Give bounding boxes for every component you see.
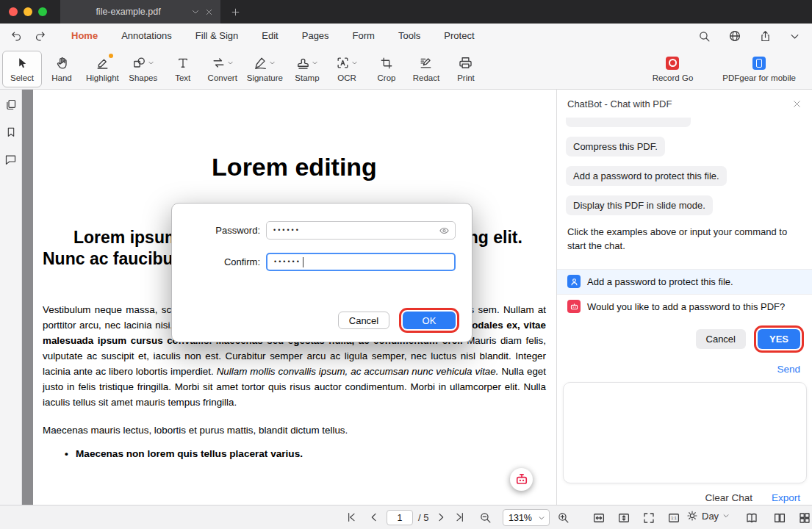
- thumbnails-panel-button[interactable]: [4, 98, 17, 111]
- tool-ocr-button[interactable]: OCR: [327, 51, 367, 87]
- minimize-window-button[interactable]: [24, 7, 32, 16]
- user-avatar: [567, 275, 581, 288]
- tool-shapes-button[interactable]: Shapes: [123, 51, 163, 87]
- tool-hand-button[interactable]: Hand: [42, 51, 82, 87]
- shapes-icon: [132, 56, 146, 70]
- chat-cancel-button[interactable]: Cancel: [696, 329, 746, 349]
- crop-icon: [380, 57, 393, 70]
- first-page-button[interactable]: [345, 511, 357, 523]
- fit-width-button[interactable]: [592, 511, 606, 525]
- suggestion-chip[interactable]: Add a password to protect this file.: [566, 166, 727, 186]
- eye-icon[interactable]: [439, 225, 450, 236]
- user-message-text: Add a password to protect this file.: [587, 276, 733, 288]
- send-button[interactable]: Send: [569, 364, 800, 375]
- tab-protect[interactable]: Protect: [432, 24, 486, 48]
- reading-mode-button[interactable]: [745, 511, 758, 525]
- chat-header: ChatBot - Chat with PDF: [557, 90, 812, 118]
- tab-fill-sign[interactable]: Fill & Sign: [184, 24, 251, 48]
- new-tab-button[interactable]: [231, 7, 240, 17]
- comment-icon: [4, 154, 17, 166]
- actual-size-icon: 1:1: [667, 511, 680, 525]
- chatbot-fab[interactable]: [510, 468, 533, 491]
- tab-close-icon[interactable]: [205, 8, 213, 16]
- tab-tools[interactable]: Tools: [387, 24, 432, 48]
- ok-button[interactable]: OK: [403, 312, 456, 329]
- tab-annotations[interactable]: Annotations: [109, 24, 184, 48]
- svg-text:1:1: 1:1: [671, 516, 676, 520]
- zoom-out-button[interactable]: [479, 511, 492, 524]
- fullscreen-button[interactable]: [642, 511, 655, 525]
- last-page-button[interactable]: [454, 511, 466, 523]
- tool-redact-button[interactable]: Redact: [406, 51, 446, 87]
- chat-yes-button[interactable]: YES: [758, 329, 800, 349]
- chevron-down-icon: [722, 512, 730, 519]
- share-button[interactable]: [759, 30, 772, 43]
- highlight-notification-dot: [109, 54, 113, 58]
- zoom-out-icon: [479, 511, 492, 524]
- sun-icon: [686, 510, 698, 522]
- chat-footer: Clear Chat Export: [569, 492, 800, 503]
- search-icon: [698, 30, 711, 43]
- zoom-in-icon: [557, 511, 570, 524]
- tool-select-button[interactable]: Select: [2, 51, 42, 87]
- undo-button[interactable]: [10, 30, 23, 43]
- tool-convert-button[interactable]: Convert: [203, 51, 242, 87]
- two-page-view-button[interactable]: [773, 511, 786, 525]
- tool-stamp-button[interactable]: Stamp: [287, 51, 327, 87]
- export-button[interactable]: Export: [772, 492, 800, 503]
- ribbon-tabs: Home Annotations Fill & Sign Edit Pages …: [60, 24, 486, 48]
- suggestion-chip-partial[interactable]: [566, 118, 691, 127]
- actual-size-button[interactable]: 1:1: [667, 511, 680, 525]
- redo-button[interactable]: [34, 30, 46, 43]
- next-page-button[interactable]: [435, 511, 447, 523]
- convert-icon: [212, 56, 226, 70]
- tool-text-button[interactable]: Text: [163, 51, 203, 87]
- tool-highlight-button[interactable]: Highlight: [82, 51, 123, 87]
- tab-edit[interactable]: Edit: [250, 24, 290, 48]
- password-input[interactable]: ••••••: [266, 221, 456, 240]
- text-caret: [303, 257, 304, 267]
- bot-message-row: Would you like to add a password to this…: [557, 295, 812, 319]
- comments-panel-button[interactable]: [4, 154, 17, 166]
- chat-input[interactable]: [563, 382, 807, 483]
- tool-crop-button[interactable]: Crop: [367, 51, 406, 87]
- zoom-level-dropdown[interactable]: 131%: [503, 509, 550, 526]
- fit-page-button[interactable]: [617, 511, 630, 525]
- chevron-down-icon: [148, 60, 154, 66]
- tool-signature-button[interactable]: Signature: [242, 51, 287, 87]
- zoom-window-button[interactable]: [38, 7, 47, 16]
- tab-chevron-icon[interactable]: [191, 7, 200, 16]
- suggestion-chip[interactable]: Compress this PDF.: [566, 137, 665, 156]
- thumbnail-grid-button[interactable]: [798, 511, 811, 525]
- toolbar-right: Record Go PDFgear for mobile: [648, 51, 800, 87]
- record-icon: [666, 57, 679, 70]
- mobile-icon: [752, 57, 766, 70]
- confirm-input[interactable]: ••••••: [266, 253, 456, 271]
- person-icon: [570, 277, 579, 287]
- page-number-input[interactable]: [387, 510, 413, 525]
- tab-home[interactable]: Home: [60, 24, 109, 48]
- chat-close-button[interactable]: [792, 99, 802, 109]
- pdfgear-mobile-button[interactable]: PDFgear for mobile: [718, 51, 800, 87]
- bookmarks-panel-button[interactable]: [5, 126, 17, 138]
- tab-pages[interactable]: Pages: [290, 24, 341, 48]
- day-mode-dropdown[interactable]: Day: [686, 510, 730, 522]
- select-icon: [15, 57, 29, 70]
- password-label: Password:: [188, 225, 260, 236]
- search-button[interactable]: [698, 30, 711, 43]
- tab-form[interactable]: Form: [341, 24, 387, 48]
- collapse-toolbar-button[interactable]: [789, 31, 800, 42]
- zoom-in-button[interactable]: [557, 511, 570, 524]
- document-tab[interactable]: file-example.pdf: [60, 0, 220, 24]
- history-controls: [10, 30, 46, 43]
- highlight-icon: [96, 56, 109, 70]
- cancel-button[interactable]: Cancel: [338, 312, 389, 329]
- prev-page-button[interactable]: [368, 511, 380, 523]
- tool-print-button[interactable]: Print: [446, 51, 486, 87]
- left-sidebar: [0, 90, 22, 505]
- suggestion-chip[interactable]: Display this PDF in slide mode.: [566, 195, 713, 215]
- clear-chat-button[interactable]: Clear Chat: [705, 492, 752, 503]
- globe-button[interactable]: [728, 29, 741, 43]
- record-go-button[interactable]: Record Go: [648, 51, 698, 87]
- close-window-button[interactable]: [9, 7, 18, 16]
